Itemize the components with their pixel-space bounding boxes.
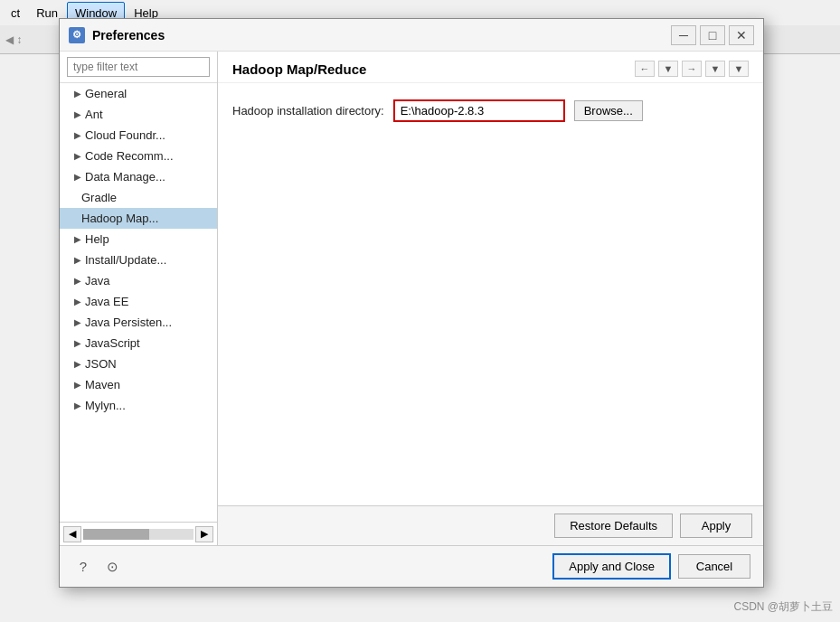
arrow-icon: ▶ (74, 297, 81, 306)
toolbar-icon: ◀ ↕ (5, 33, 22, 46)
sidebar-forward-button[interactable]: ▶ (195, 526, 213, 542)
sidebar-label: Data Manage... (85, 170, 165, 184)
sidebar-filter-area (60, 52, 217, 83)
sidebar-label: Ant (85, 108, 103, 121)
arrow-icon: ▶ (74, 276, 81, 286)
sidebar-label: JSON (85, 357, 117, 371)
sidebar-label: Cloud Foundr... (85, 128, 165, 142)
hadoop-dir-label: Hadoop installation directory: (232, 104, 384, 118)
help-icon-button[interactable]: ? (72, 556, 94, 578)
cancel-button[interactable]: Cancel (678, 554, 750, 579)
sidebar-label: Java (85, 274, 109, 287)
dialog-icon: ⚙ (69, 27, 85, 43)
arrow-icon: ▶ (74, 234, 81, 244)
preferences-dialog: ⚙ Preferences ─ □ ✕ ▶ General ▶ Ant (59, 18, 764, 588)
sidebar-label: General (85, 87, 127, 100)
sidebar-item-mylyn[interactable]: ▶ Mylyn... (60, 395, 217, 416)
sidebar-label: JavaScript (85, 336, 140, 350)
menu-item-ct[interactable]: ct (4, 3, 27, 24)
restore-defaults-button[interactable]: Restore Defaults (554, 514, 673, 538)
sidebar-item-code-recomm[interactable]: ▶ Code Recomm... (60, 146, 217, 166)
action-bar: Restore Defaults Apply (218, 505, 763, 545)
preferences-icon: ⊙ (107, 559, 118, 575)
sidebar-back-button[interactable]: ◀ (63, 526, 81, 542)
nav-extra-dropdown[interactable]: ▼ (729, 61, 749, 77)
sidebar-list: ▶ General ▶ Ant ▶ Cloud Foundr... ▶ Code… (60, 83, 217, 522)
dialog-title-bar: ⚙ Preferences ─ □ ✕ (60, 19, 763, 52)
minimize-button[interactable]: ─ (671, 25, 696, 45)
sidebar-item-install-update[interactable]: ▶ Install/Update... (60, 250, 217, 270)
sidebar-label: Java Persisten... (85, 316, 172, 329)
watermark: CSDN @胡萝卜土豆 (733, 599, 833, 615)
nav-back-button[interactable]: ← (635, 61, 655, 77)
sidebar-item-java[interactable]: ▶ Java (60, 270, 217, 291)
nav-forward-button[interactable]: → (682, 61, 702, 77)
sidebar-label: Maven (85, 378, 120, 391)
maximize-button[interactable]: □ (700, 25, 725, 45)
arrow-icon: ▶ (74, 89, 81, 99)
sidebar-label: Mylyn... (85, 399, 126, 412)
filter-input[interactable] (67, 57, 210, 77)
sidebar-item-ant[interactable]: ▶ Ant (60, 104, 217, 125)
arrow-icon: ▶ (74, 130, 81, 140)
content-header: Hadoop Map/Reduce ← ▼ → ▼ ▼ (218, 52, 763, 83)
nav-back-dropdown[interactable]: ▼ (658, 61, 678, 77)
close-button[interactable]: ✕ (729, 25, 754, 45)
sidebar: ▶ General ▶ Ant ▶ Cloud Foundr... ▶ Code… (60, 52, 218, 545)
hadoop-dir-row: Hadoop installation directory: Browse... (232, 99, 749, 122)
dialog-main: ▶ General ▶ Ant ▶ Cloud Foundr... ▶ Code… (60, 52, 763, 545)
arrow-icon: ▶ (74, 380, 81, 390)
sidebar-label: Hadoop Map... (81, 212, 158, 225)
sidebar-item-java-persistence[interactable]: ▶ Java Persisten... (60, 312, 217, 333)
browse-button[interactable]: Browse... (574, 100, 643, 121)
sidebar-item-help[interactable]: ▶ Help (60, 229, 217, 250)
sidebar-label: Gradle (81, 191, 117, 204)
sidebar-item-json[interactable]: ▶ JSON (60, 353, 217, 374)
sidebar-item-java-ee[interactable]: ▶ Java EE (60, 291, 217, 312)
sidebar-item-hadoop-map[interactable]: Hadoop Map... (60, 208, 217, 229)
sidebar-label: Help (85, 232, 109, 246)
sidebar-label: Install/Update... (85, 253, 166, 267)
nav-forward-dropdown[interactable]: ▼ (705, 61, 725, 77)
arrow-icon: ▶ (74, 151, 81, 161)
arrow-icon: ▶ (74, 401, 81, 410)
sidebar-item-cloud-foundry[interactable]: ▶ Cloud Foundr... (60, 125, 217, 146)
dialog-footer: ? ⊙ Apply and Close Cancel (60, 545, 763, 587)
arrow-icon: ▶ (74, 338, 81, 348)
content-panel: Hadoop Map/Reduce ← ▼ → ▼ ▼ Hadoop insta… (218, 52, 763, 545)
hadoop-dir-input[interactable] (393, 99, 565, 122)
sidebar-item-maven[interactable]: ▶ Maven (60, 374, 217, 395)
sidebar-item-data-manage[interactable]: ▶ Data Manage... (60, 166, 217, 187)
sidebar-bottom-nav: ◀ ▶ (60, 522, 217, 545)
help-icon: ? (80, 559, 87, 574)
content-body: Hadoop installation directory: Browse... (218, 83, 763, 505)
apply-button[interactable]: Apply (680, 514, 752, 538)
arrow-icon: ▶ (74, 172, 81, 182)
sidebar-item-gradle[interactable]: Gradle (60, 187, 217, 208)
arrow-icon: ▶ (74, 109, 81, 119)
apply-close-button[interactable]: Apply and Close (552, 553, 671, 580)
preferences-icon-button[interactable]: ⊙ (101, 556, 123, 578)
sidebar-item-javascript[interactable]: ▶ JavaScript (60, 333, 217, 353)
dialog-title: Preferences (92, 28, 671, 42)
sidebar-item-general[interactable]: ▶ General (60, 83, 217, 104)
arrow-icon: ▶ (74, 359, 81, 369)
sidebar-label: Java EE (85, 295, 128, 308)
arrow-icon: ▶ (74, 255, 81, 265)
sidebar-label: Code Recomm... (85, 149, 174, 163)
content-nav-buttons: ← ▼ → ▼ ▼ (635, 61, 749, 77)
dialog-icon-letter: ⚙ (72, 29, 81, 41)
arrow-icon: ▶ (74, 317, 81, 327)
window-controls: ─ □ ✕ (671, 25, 754, 45)
content-title: Hadoop Map/Reduce (232, 61, 366, 77)
